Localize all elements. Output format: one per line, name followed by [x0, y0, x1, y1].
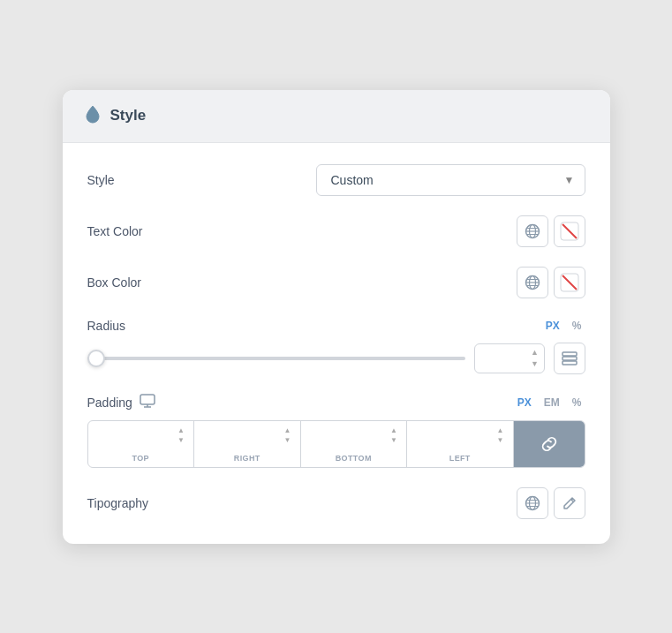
padding-unit-buttons: PX EM %: [514, 395, 585, 411]
padding-top-row: Padding PX EM %: [87, 394, 585, 411]
radius-spin-buttons: ▲ ▼: [529, 347, 541, 369]
padding-right-field: ▲ ▼ RIGHT: [194, 421, 301, 467]
padding-bottom-input-area: ▲ ▼: [301, 421, 407, 450]
typography-edit-button[interactable]: [554, 487, 585, 519]
padding-bottom-up[interactable]: ▲: [389, 426, 399, 435]
box-color-slash-button[interactable]: [554, 267, 585, 298]
radius-percent-button[interactable]: %: [569, 318, 585, 334]
padding-label: Padding: [87, 396, 132, 410]
padding-left-field: ▲ ▼ LEFT: [407, 421, 514, 467]
radius-controls-row: ▲ ▼: [87, 343, 585, 374]
panel-title: Style: [110, 107, 147, 124]
radius-px-button[interactable]: PX: [542, 318, 563, 334]
padding-link-button[interactable]: [514, 421, 585, 467]
padding-top-field: ▲ ▼ TOP: [88, 421, 195, 467]
padding-bottom-down[interactable]: ▼: [389, 436, 399, 445]
text-color-label: Text Color: [87, 224, 143, 238]
padding-top-down[interactable]: ▼: [176, 436, 186, 445]
typography-controls: [517, 487, 585, 519]
padding-section: Padding PX EM %: [87, 394, 585, 468]
panel-body: Style Custom Default None ▼ Text Color: [63, 143, 610, 544]
radius-stack-button[interactable]: [554, 343, 585, 374]
box-color-row: Box Color: [87, 267, 585, 298]
typography-row: Tipography: [87, 487, 585, 519]
text-color-slash-button[interactable]: [554, 215, 585, 247]
padding-right-label: RIGHT: [194, 450, 300, 467]
padding-left-spin: ▲ ▼: [495, 426, 506, 445]
padding-label-group: Padding: [87, 394, 155, 411]
padding-inputs-row: ▲ ▼ TOP ▲ ▼ RIGHT: [87, 420, 585, 468]
style-select[interactable]: Custom Default None: [316, 164, 585, 196]
text-color-controls: [517, 215, 585, 247]
padding-bottom-label: BOTTOM: [301, 450, 407, 467]
radius-unit-buttons: PX %: [542, 318, 585, 334]
padding-top-input-area: ▲ ▼: [88, 421, 194, 450]
radius-spin-down[interactable]: ▼: [529, 358, 541, 369]
box-color-globe-button[interactable]: [517, 267, 548, 298]
radius-slider-wrapper: [87, 357, 465, 360]
radius-slider[interactable]: [87, 357, 465, 360]
padding-right-up[interactable]: ▲: [283, 426, 293, 435]
radius-label: Radius: [87, 319, 126, 333]
padding-left-input-area: ▲ ▼: [407, 421, 513, 450]
padding-top-spin: ▲ ▼: [176, 426, 186, 445]
text-color-row: Text Color: [87, 215, 585, 247]
droplet-icon: [84, 104, 102, 128]
svg-rect-15: [563, 357, 577, 360]
padding-percent-button[interactable]: %: [569, 395, 585, 411]
padding-left-up[interactable]: ▲: [495, 426, 506, 435]
box-color-controls: [517, 267, 585, 298]
padding-right-input-area: ▲ ▼: [194, 421, 300, 450]
text-color-globe-button[interactable]: [517, 215, 548, 247]
style-select-wrapper: Custom Default None ▼: [316, 164, 585, 196]
radius-top-row: Radius PX %: [87, 318, 585, 334]
typography-label: Tipography: [87, 496, 149, 510]
svg-rect-17: [140, 395, 155, 404]
style-label: Style: [87, 173, 115, 187]
svg-rect-16: [563, 361, 577, 365]
padding-left-label: LEFT: [407, 450, 513, 467]
padding-bottom-field: ▲ ▼ BOTTOM: [301, 421, 408, 467]
padding-right-spin: ▲ ▼: [283, 426, 293, 445]
radius-spin-up[interactable]: ▲: [529, 347, 541, 358]
padding-right-down[interactable]: ▼: [283, 436, 293, 445]
radius-number-wrapper: ▲ ▼: [474, 343, 545, 373]
box-color-label: Box Color: [87, 275, 141, 290]
padding-left-down[interactable]: ▼: [495, 436, 506, 445]
padding-px-button[interactable]: PX: [514, 395, 535, 411]
style-panel: Style Style Custom Default None ▼ Text C…: [63, 90, 610, 544]
padding-top-up[interactable]: ▲: [176, 426, 186, 435]
monitor-icon: [140, 394, 155, 411]
padding-em-button[interactable]: EM: [540, 395, 563, 411]
padding-top-label: TOP: [88, 450, 194, 467]
padding-bottom-spin: ▲ ▼: [389, 426, 399, 445]
typography-globe-button[interactable]: [517, 487, 548, 519]
radius-section: Radius PX % ▲ ▼: [87, 318, 585, 374]
style-row: Style Custom Default None ▼: [87, 164, 585, 196]
svg-rect-14: [563, 352, 577, 356]
panel-header: Style: [63, 90, 610, 143]
